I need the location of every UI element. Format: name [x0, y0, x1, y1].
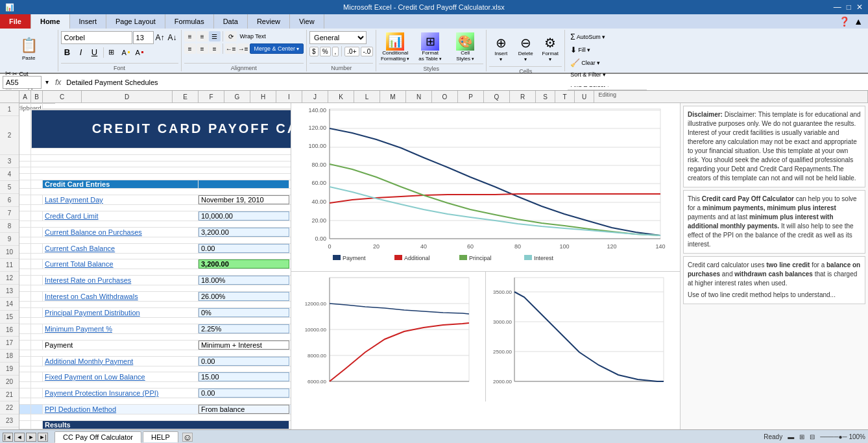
- cell-c22-label[interactable]: Interest on Cash Withdrawals: [43, 292, 199, 301]
- cell-b13-span[interactable]: [31, 221, 291, 227]
- cell-b34[interactable]: [31, 389, 43, 398]
- tab-data[interactable]: Data: [214, 14, 248, 29]
- indent-decrease-btn[interactable]: ←≡: [225, 43, 237, 54]
- tab-first-btn[interactable]: |◄: [3, 433, 13, 442]
- cell-a27[interactable]: [19, 334, 31, 340]
- cell-a17[interactable]: [19, 254, 31, 259]
- cell-a24[interactable]: [19, 308, 31, 317]
- cell-b30[interactable]: [31, 357, 43, 366]
- cell-b37-span[interactable]: [31, 414, 291, 420]
- cell-a4[interactable]: [19, 155, 31, 161]
- cell-d24-value[interactable]: 0%: [199, 308, 289, 317]
- format-button[interactable]: ⚙ Format ▾: [538, 31, 562, 66]
- cell-a37[interactable]: [19, 414, 31, 420]
- tab-review[interactable]: Review: [248, 14, 290, 29]
- tab-last-btn[interactable]: ►|: [38, 433, 48, 442]
- cell-c1-span[interactable]: [43, 103, 291, 109]
- cell-c16-label[interactable]: Current Cash Balance: [43, 244, 199, 253]
- col-header-k[interactable]: K: [328, 91, 354, 102]
- orient-btn[interactable]: ⟳: [225, 31, 237, 42]
- bold-button[interactable]: B: [61, 46, 74, 58]
- cell-a18[interactable]: [19, 259, 31, 269]
- cell-c12-label[interactable]: Credit Card Limit: [43, 211, 199, 221]
- col-header-p[interactable]: P: [458, 91, 484, 102]
- cell-d30-value[interactable]: 0.00: [199, 357, 289, 366]
- sheet-tab-calculator[interactable]: CC Pay Off Calculator: [54, 431, 141, 443]
- cell-c20-label[interactable]: Interest Rate on Purchases: [43, 276, 199, 285]
- cell-b5-span[interactable]: [31, 162, 291, 167]
- cell-c24-label[interactable]: Principal Payment Distribution: [43, 308, 199, 317]
- cell-a35[interactable]: [19, 398, 31, 404]
- cell-d36-value[interactable]: From balance: [199, 405, 289, 414]
- cell-d20-value[interactable]: 18.00%: [199, 276, 289, 285]
- cell-b32[interactable]: [31, 372, 43, 381]
- cell-b22[interactable]: [31, 292, 43, 301]
- cell-c34-label[interactable]: Payment Protection Insurance (PPI): [43, 389, 199, 398]
- cell-c26-label[interactable]: Minimum Payment %: [43, 324, 199, 333]
- dollar-format-btn[interactable]: $: [309, 47, 319, 56]
- minimize-ribbon-icon[interactable]: ▲: [854, 16, 863, 27]
- cell-d32-value[interactable]: 15.00: [199, 372, 289, 381]
- underline-button[interactable]: U: [88, 46, 101, 58]
- cell-a1[interactable]: [19, 103, 31, 109]
- col-header-c[interactable]: C: [43, 91, 82, 102]
- col-header-o[interactable]: O: [432, 91, 458, 102]
- cell-b14[interactable]: [31, 228, 43, 237]
- cell-d26-value[interactable]: 2.25%: [199, 324, 289, 333]
- cell-a5[interactable]: [19, 162, 31, 167]
- cell-d16-value[interactable]: 0.00: [199, 244, 289, 253]
- col-header-e[interactable]: E: [173, 91, 199, 102]
- cell-title[interactable]: CREDIT CARD PAYOFF CALCULATOR: [31, 110, 291, 149]
- cell-a25[interactable]: [19, 318, 31, 324]
- view-normal-btn[interactable]: ▬: [788, 433, 794, 440]
- increase-decimal-btn[interactable]: .0+: [344, 47, 359, 56]
- cell-b36[interactable]: [31, 405, 43, 414]
- col-header-n[interactable]: N: [406, 91, 432, 102]
- cell-d18-value[interactable]: 3,200.00: [199, 259, 289, 269]
- cell-c8-header[interactable]: Credit Card Entries: [43, 180, 199, 188]
- delete-button[interactable]: ⊖ Delete ▾: [514, 31, 537, 66]
- col-header-d[interactable]: D: [82, 91, 173, 102]
- cell-b9-span[interactable]: [31, 189, 291, 195]
- expand-formula-btn[interactable]: ▾: [44, 78, 50, 86]
- number-format-select[interactable]: General: [309, 31, 367, 44]
- cell-b3-span[interactable]: [31, 149, 291, 154]
- cell-d14-value[interactable]: 3,200.00: [199, 228, 289, 237]
- col-header-m[interactable]: M: [380, 91, 406, 102]
- col-header-l[interactable]: L: [354, 91, 380, 102]
- decrease-decimal-btn[interactable]: -.0: [361, 47, 374, 56]
- percent-format-btn[interactable]: %: [320, 47, 331, 56]
- italic-button[interactable]: I: [75, 46, 88, 58]
- cell-b15-span[interactable]: [31, 237, 291, 243]
- cell-b16[interactable]: [31, 244, 43, 253]
- conditional-format-button[interactable]: 📊 ConditionalFormatting ▾: [379, 31, 411, 64]
- increase-font-btn[interactable]: A↑: [154, 33, 166, 42]
- zoom-slider[interactable]: ────●─ 100%: [820, 433, 865, 440]
- col-header-f[interactable]: F: [199, 91, 224, 102]
- cell-b38[interactable]: [31, 421, 43, 429]
- cell-b12[interactable]: [31, 211, 43, 221]
- col-header-j[interactable]: J: [302, 91, 328, 102]
- cell-a14[interactable]: [19, 228, 31, 237]
- cell-d12-value[interactable]: 10,000.00: [199, 211, 289, 221]
- cell-reference-input[interactable]: [3, 76, 42, 89]
- col-header-t[interactable]: T: [555, 91, 575, 102]
- decrease-font-btn[interactable]: A↓: [167, 33, 178, 42]
- cell-a34[interactable]: [19, 389, 31, 398]
- cell-a9[interactable]: [19, 189, 31, 195]
- cell-b33-span[interactable]: [31, 382, 291, 388]
- cell-d34-value[interactable]: 0.00: [199, 389, 289, 398]
- cell-b24[interactable]: [31, 308, 43, 317]
- align-top-center-btn[interactable]: ≡: [197, 31, 208, 42]
- insert-button[interactable]: ⊕ Insert ▾: [489, 31, 512, 66]
- cell-a28[interactable]: [19, 341, 31, 350]
- tab-page-layout[interactable]: Page Layout: [106, 14, 165, 29]
- cell-b7-span[interactable]: [31, 174, 291, 180]
- cell-c30-label[interactable]: Additional Monthly Payment: [43, 357, 199, 366]
- cell-b29-span[interactable]: [31, 350, 291, 356]
- align-left-btn[interactable]: ≡: [184, 43, 196, 54]
- cell-b20[interactable]: [31, 276, 43, 285]
- help-icon[interactable]: ❓: [839, 16, 850, 27]
- cell-b23-span[interactable]: [31, 302, 291, 307]
- view-preview-btn[interactable]: ⊟: [810, 433, 815, 440]
